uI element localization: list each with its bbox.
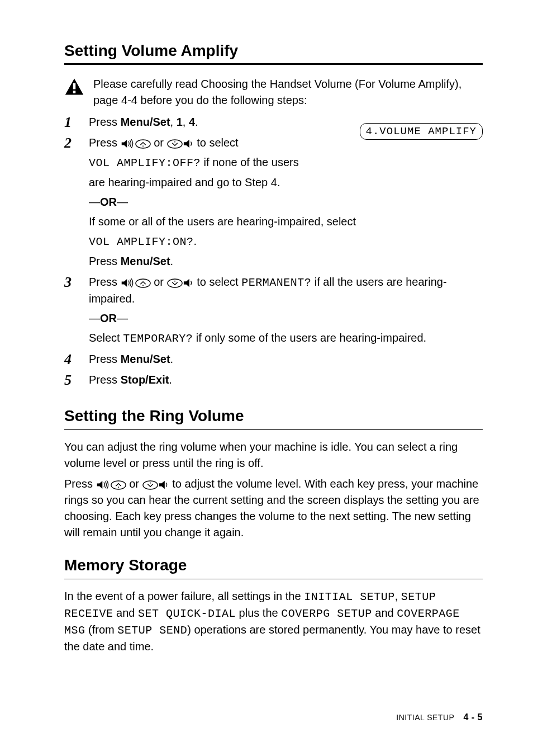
text: and bbox=[372, 607, 397, 619]
speaker-low-icon bbox=[183, 139, 194, 149]
text: Press bbox=[89, 116, 121, 128]
text: . bbox=[169, 374, 172, 386]
code-text: SET QUICK-DIAL bbox=[138, 607, 236, 620]
step-number: 4 bbox=[64, 351, 89, 367]
code-text: VOL AMPLIFY:ON? bbox=[89, 235, 194, 248]
text: . bbox=[194, 235, 197, 247]
lcd-text: 4.VOLUME AMPLIFY bbox=[366, 125, 477, 138]
text: Press bbox=[89, 374, 121, 386]
key-menu-set: Menu/Set bbox=[121, 116, 170, 128]
key-menu-set: Menu/Set bbox=[121, 353, 170, 365]
text: Press bbox=[89, 353, 121, 365]
step-2-press-menu: Press Menu/Set. bbox=[89, 253, 483, 270]
dash: — bbox=[89, 196, 100, 208]
step-number: 2 bbox=[64, 135, 89, 150]
speaker-low-icon bbox=[158, 480, 169, 490]
step-4: 4 Press Menu/Set. bbox=[64, 351, 483, 371]
text: Select bbox=[89, 332, 123, 344]
step-5: 5 Press Stop/Exit. bbox=[64, 372, 483, 391]
lcd-display-box: 4.VOLUME AMPLIFY bbox=[360, 123, 483, 140]
dash: — bbox=[117, 196, 128, 208]
dash: — bbox=[89, 312, 100, 324]
code-text: INITIAL SETUP bbox=[304, 590, 395, 603]
code-text: PERMANENT? bbox=[241, 276, 311, 289]
step-3-line1: Press or to select PERMANENT? if all the… bbox=[89, 274, 483, 307]
step-3-temp: Select TEMPORARY? if only some of the us… bbox=[89, 330, 483, 347]
step-3: 3 Press or to select PERMANENT? if all t… bbox=[64, 274, 483, 350]
memory-paragraph: In the event of a power failure, all set… bbox=[64, 588, 483, 655]
step-number: 3 bbox=[64, 274, 89, 290]
text: or bbox=[151, 276, 167, 288]
heading-memory-storage: Memory Storage bbox=[64, 556, 483, 574]
heading-rule bbox=[64, 63, 483, 65]
text: (from bbox=[85, 623, 118, 636]
warning-icon bbox=[64, 77, 84, 96]
down-button-icon bbox=[167, 278, 183, 288]
text: . bbox=[195, 116, 198, 128]
ring-paragraph-1: You can adjust the ring volume when your… bbox=[64, 439, 483, 471]
dash: — bbox=[117, 312, 128, 324]
speaker-high-icon bbox=[96, 480, 111, 490]
heading-rule bbox=[64, 429, 483, 430]
text: . bbox=[170, 255, 174, 267]
step-2-cond-line: If some or all of the users are hearing-… bbox=[89, 214, 483, 230]
text: Press bbox=[89, 136, 121, 149]
down-button-icon bbox=[167, 139, 183, 149]
code-text: VOL AMPLIFY:OFF? bbox=[89, 157, 201, 169]
text: plus the bbox=[236, 607, 281, 619]
step-number: 5 bbox=[64, 372, 89, 388]
code-text: COVERPG SETUP bbox=[281, 607, 372, 620]
up-button-icon bbox=[135, 139, 151, 149]
text: Press bbox=[64, 478, 96, 490]
text: and bbox=[113, 607, 138, 619]
step-2-line2: VOL AMPLIFY:OFF? if none of the users bbox=[89, 154, 483, 171]
step-5-text: Press Stop/Exit. bbox=[89, 372, 483, 388]
speaker-low-icon bbox=[183, 278, 194, 288]
text: . bbox=[170, 353, 174, 365]
code-text: SETUP SEND bbox=[117, 624, 187, 637]
step-2-line3: are hearing-impaired and go to Step 4. bbox=[89, 174, 483, 191]
heading-setting-volume-amplify: Setting Volume Amplify bbox=[64, 42, 483, 60]
up-button-icon bbox=[135, 278, 151, 288]
step-3-or: —OR— bbox=[89, 310, 483, 327]
key-menu-set: Menu/Set bbox=[121, 255, 170, 267]
text: , bbox=[183, 116, 189, 128]
warning-row: Please carefully read Choosing the Hands… bbox=[64, 76, 483, 108]
text: if only some of the users are hearing-im… bbox=[193, 332, 426, 344]
text: or bbox=[126, 478, 142, 490]
text: In the event of a power failure, all set… bbox=[64, 590, 304, 602]
page-footer: INITIAL SETUP 4 - 5 bbox=[396, 712, 483, 722]
text: if none of the users bbox=[201, 156, 299, 168]
warning-text: Please carefully read Choosing the Hands… bbox=[93, 76, 483, 108]
step-number: 1 bbox=[64, 114, 89, 130]
step-2: 2 Press or to select VOL AMPLIFY:OFF? if… bbox=[64, 135, 483, 273]
step-2-or: —OR— bbox=[89, 194, 483, 210]
speaker-high-icon bbox=[121, 278, 135, 288]
heading-setting-ring-volume: Setting the Ring Volume bbox=[64, 407, 483, 425]
step-2-cond-code: VOL AMPLIFY:ON?. bbox=[89, 233, 483, 250]
up-button-icon bbox=[111, 480, 126, 490]
key-1: 1 bbox=[177, 116, 183, 128]
text: to select bbox=[194, 136, 239, 149]
speaker-high-icon bbox=[121, 139, 135, 149]
or-label: OR bbox=[100, 312, 117, 324]
text: or bbox=[151, 136, 167, 149]
ring-paragraph-2: Press or to adjust the volume level. Wit… bbox=[64, 476, 483, 541]
or-label: OR bbox=[100, 196, 117, 208]
text: to select bbox=[194, 276, 242, 288]
code-text: TEMPORARY? bbox=[123, 332, 193, 345]
text: Press bbox=[89, 255, 121, 267]
footer-section: INITIAL SETUP bbox=[396, 713, 454, 722]
footer-page-number: 4 - 5 bbox=[463, 712, 483, 722]
text: , bbox=[395, 590, 401, 602]
key-4: 4 bbox=[189, 116, 195, 128]
step-4-text: Press Menu/Set. bbox=[89, 351, 483, 367]
down-button-icon bbox=[142, 480, 158, 490]
key-stop-exit: Stop/Exit bbox=[121, 374, 169, 386]
text: Press bbox=[89, 276, 121, 288]
heading-rule bbox=[64, 579, 483, 579]
text: , bbox=[170, 116, 177, 128]
